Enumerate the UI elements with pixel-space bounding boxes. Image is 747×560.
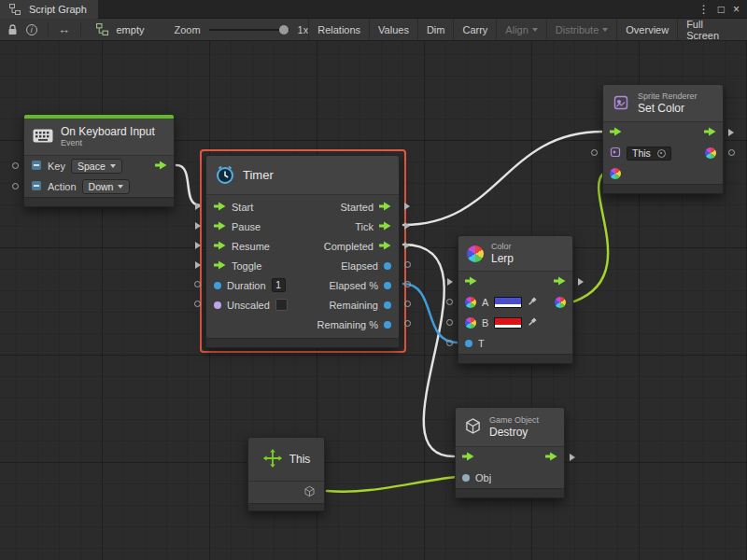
toolbar-button-overview[interactable]: Overview — [616, 19, 677, 40]
zoom-slider-handle[interactable] — [279, 25, 289, 35]
set-color-out-outer-port[interactable] — [728, 149, 735, 156]
flow-output-port[interactable] — [704, 127, 716, 138]
completed-outer-port[interactable] — [404, 242, 410, 249]
color-output-port[interactable] — [555, 297, 566, 308]
color-input-port[interactable] — [465, 317, 476, 329]
node-on-keyboard-input[interactable]: On Keyboard Input Event Key Space Action… — [23, 114, 175, 207]
flow-output-port[interactable] — [155, 161, 167, 172]
float-output-port[interactable] — [384, 321, 391, 329]
window-close-icon[interactable]: × — [733, 4, 740, 15]
eyedropper-icon[interactable] — [528, 317, 537, 329]
tab-script-graph[interactable]: Script Graph — [0, 0, 98, 19]
lock-icon[interactable] — [4, 21, 22, 39]
color-a-swatch[interactable] — [494, 297, 522, 308]
flow-input-port[interactable] — [462, 452, 474, 463]
duration-outer-port[interactable] — [194, 281, 201, 287]
toolbar-button-relations[interactable]: Relations — [308, 19, 369, 40]
flow-input-port[interactable] — [465, 276, 477, 287]
float-output-port[interactable] — [384, 262, 391, 270]
wire-timer-tick-to-set-color[interactable] — [403, 132, 602, 225]
float-input-port[interactable] — [465, 340, 472, 347]
unscaled-outer-port[interactable] — [194, 301, 201, 307]
gameobject-cube-icon[interactable] — [303, 485, 316, 499]
wire-elapsed-pct-to-lerp-t[interactable] — [403, 284, 457, 343]
color-input-port[interactable] — [465, 297, 476, 308]
elapsed-outer-port[interactable] — [404, 261, 411, 268]
key-dropdown[interactable]: Space — [71, 159, 122, 174]
node-destroy[interactable]: Game Object Destroy Obj — [455, 407, 565, 498]
graph-asset[interactable]: empty — [93, 21, 145, 39]
toolbar-button-align[interactable]: Align — [496, 19, 545, 40]
toolbar-button-values[interactable]: Values — [369, 19, 417, 40]
destroy-flow-out-outer-port[interactable] — [570, 454, 575, 461]
flow-output-port[interactable] — [379, 241, 391, 252]
elapsed-pct-outer-port[interactable] — [404, 281, 411, 287]
toggle-outer-port[interactable] — [195, 261, 201, 269]
toolbar-separator — [80, 22, 81, 36]
window-maximize-icon[interactable]: □ — [718, 4, 725, 15]
start-outer-port[interactable] — [195, 203, 201, 210]
node-title: Destroy — [489, 426, 539, 439]
toolbar-button-fullscreen[interactable]: Full Screen — [677, 19, 743, 40]
eyedropper-icon[interactable] — [528, 297, 537, 308]
object-picker-icon[interactable] — [657, 149, 666, 158]
wire-timer-completed-to-destroy[interactable] — [403, 245, 454, 456]
bool-input-port[interactable] — [214, 301, 221, 309]
flow-input-port[interactable] — [214, 202, 226, 213]
color-b-swatch[interactable] — [494, 317, 522, 329]
flow-input-port[interactable] — [214, 241, 226, 252]
flow-input-port[interactable] — [610, 127, 622, 138]
flow-input-port[interactable] — [214, 221, 226, 232]
unscaled-checkbox[interactable] — [275, 299, 288, 311]
lerp-b-outer-port[interactable] — [446, 319, 453, 326]
tick-outer-port[interactable] — [404, 222, 410, 230]
lerp-flow-out-outer-port[interactable] — [578, 278, 584, 286]
port-label: Unscaled — [227, 300, 270, 311]
graph-canvas[interactable]: On Keyboard Input Event Key Space Action… — [0, 41, 747, 560]
window-menu-icon[interactable]: ⋮ — [698, 4, 710, 15]
node-color-lerp[interactable]: Color Lerp A B — [458, 235, 573, 364]
node-set-color[interactable]: Sprite Renderer Set Color This — [602, 84, 724, 194]
float-output-port[interactable] — [384, 282, 391, 289]
remaining-outer-port[interactable] — [404, 301, 411, 307]
flow-output-port[interactable] — [554, 276, 566, 287]
node-title: Set Color — [638, 102, 698, 115]
remaining-pct-outer-port[interactable] — [404, 320, 411, 327]
toolbar-button-carry[interactable]: Carry — [453, 19, 496, 40]
info-icon[interactable] — [22, 21, 41, 39]
float-input-port[interactable] — [214, 282, 221, 289]
float-output-port[interactable] — [384, 301, 391, 309]
toolbar-button-distribute[interactable]: Distribute — [546, 19, 616, 40]
wire-this-to-destroy-obj[interactable] — [327, 477, 457, 492]
toolbar-button-dim[interactable]: Dim — [417, 19, 454, 40]
action-outer-port[interactable] — [12, 183, 19, 189]
target-outer-port[interactable] — [591, 149, 598, 156]
flow-output-port[interactable] — [379, 202, 391, 213]
timer-output-completed: Completed — [310, 236, 399, 256]
set-color-flow-out-outer-port[interactable] — [728, 129, 734, 136]
node-this[interactable]: This — [247, 437, 325, 511]
started-outer-port[interactable] — [404, 203, 410, 210]
lerp-flow-outer-port[interactable] — [447, 278, 453, 286]
color-input-port[interactable] — [610, 168, 621, 179]
key-outer-port[interactable] — [12, 162, 19, 169]
wire-keyboard-to-timer-start[interactable] — [176, 165, 200, 205]
resume-outer-port[interactable] — [195, 242, 201, 249]
lerp-a-outer-port[interactable] — [446, 299, 453, 305]
duration-field[interactable]: 1 — [272, 278, 286, 292]
action-dropdown[interactable]: Down — [82, 179, 131, 194]
node-header: Game Object Destroy — [456, 408, 564, 447]
flow-input-port[interactable] — [214, 260, 226, 272]
port-label: Remaining — [329, 300, 378, 311]
expand-arrows-icon[interactable] — [55, 21, 74, 39]
target-object-field[interactable]: This — [627, 147, 671, 161]
flow-output-port[interactable] — [545, 452, 557, 463]
zoom-slider[interactable] — [209, 29, 289, 31]
pause-outer-port[interactable] — [195, 222, 201, 230]
lerp-t-outer-port[interactable] — [446, 340, 453, 346]
timer-output-remaining: Remaining — [310, 295, 399, 315]
node-timer[interactable]: Timer Start Pause Resume Toggle Duration… — [205, 155, 400, 348]
object-input-port[interactable] — [462, 474, 470, 482]
flow-output-port[interactable] — [379, 221, 391, 232]
color-output-port[interactable] — [705, 147, 716, 159]
